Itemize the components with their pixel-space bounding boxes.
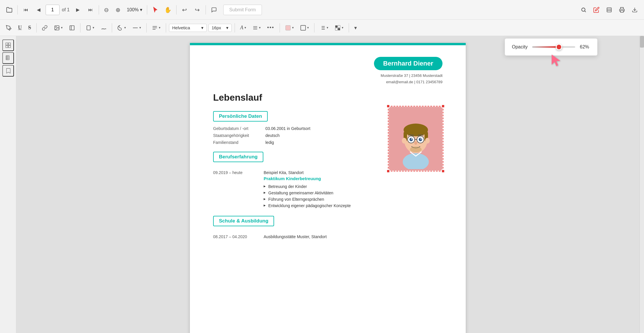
education-section-header: Schule & Ausbildung — [213, 216, 274, 226]
fill-color-button[interactable]: ▾ — [283, 23, 296, 33]
sep-tb2-1 — [36, 23, 37, 32]
font-selector[interactable]: Helvetica ▾ — [169, 24, 207, 32]
more-options-button[interactable]: ••• — [265, 23, 277, 33]
zoom-out-button[interactable]: ⊖ — [101, 4, 112, 16]
label-family: Familienstand — [213, 140, 265, 145]
sep2 — [99, 5, 99, 15]
color-picker-button[interactable]: ▾ — [115, 23, 128, 33]
markup-button[interactable] — [591, 4, 602, 16]
label-nationality: Staatsangehörigkeit — [213, 133, 265, 138]
resize-handle-br[interactable] — [441, 169, 445, 173]
zoom-chevron-icon: ▾ — [140, 7, 142, 12]
draw-button[interactable] — [98, 23, 109, 33]
select-tool-button[interactable] — [150, 4, 161, 16]
expand-button[interactable]: ▾ — [352, 23, 359, 33]
sep4 — [176, 5, 177, 15]
scrollbar-thumb[interactable] — [640, 36, 644, 48]
opacity-value: 62% — [580, 44, 590, 50]
redo-button[interactable]: ↪ — [192, 4, 203, 16]
strikethrough-button[interactable]: S — [26, 23, 33, 33]
resize-handle-bl[interactable] — [386, 169, 390, 173]
right-scrollbar[interactable] — [639, 36, 644, 333]
bullet-3: Führung von Elterngesprächen — [264, 196, 442, 202]
freehand-button[interactable] — [3, 23, 14, 33]
pdf-document: Bernhard Diener Musterstraße 37 | 23456 … — [190, 43, 466, 333]
contact-info: Musterstraße 37 | 23456 Musterstadt emai… — [213, 73, 442, 85]
education-entries: 08.2017 – 04.2020 Ausbildungsstätte Must… — [213, 234, 442, 239]
sep3 — [147, 5, 147, 15]
sep1 — [17, 5, 18, 15]
resize-handle-tl[interactable] — [386, 104, 390, 108]
image-button[interactable]: ▾ — [52, 23, 65, 33]
sep-tb2-2 — [80, 23, 80, 32]
svg-point-8 — [56, 26, 57, 27]
svg-point-0 — [582, 8, 585, 11]
download-button[interactable] — [629, 4, 641, 16]
name-badge: Bernhard Diener — [374, 57, 442, 70]
svg-rect-30 — [6, 43, 8, 45]
stamp-button[interactable]: ▾ — [83, 23, 97, 33]
checker-button[interactable]: ▾ — [332, 23, 346, 33]
opacity-slider-track[interactable] — [532, 46, 575, 48]
bullet-1: Betreuung der Kinder — [264, 183, 442, 190]
edu-detail-1: Ausbildungsstätte Muster, Standort — [264, 234, 442, 239]
search-button[interactable] — [578, 4, 589, 16]
next-page-button[interactable]: ▶ — [72, 4, 84, 16]
exp-bullets-1: Betreuung der Kinder Gestaltung gemeinsa… — [264, 183, 442, 209]
photo-container[interactable] — [389, 107, 442, 171]
undo-button[interactable]: ↩ — [179, 4, 190, 16]
prev-page-button[interactable]: ◀ — [33, 4, 44, 16]
svg-line-1 — [585, 11, 586, 12]
align-button[interactable]: ▾ — [150, 23, 163, 33]
font-style-button[interactable]: A ▾ — [238, 23, 249, 33]
link-button[interactable] — [39, 23, 50, 33]
zoom-value: 100% — [127, 7, 139, 12]
doc-header-bar — [190, 43, 466, 45]
text-frame-button[interactable] — [67, 23, 77, 33]
sep-tb2-4 — [146, 23, 147, 32]
text-align-button[interactable]: ▾ — [250, 23, 263, 33]
value-birth: 03.06.2001 in Geburtsort — [265, 126, 310, 131]
pan-tool-button[interactable]: ✋ — [162, 4, 174, 16]
thumbnail-panel-button[interactable] — [2, 39, 14, 51]
contact-line: email@email.de | 0171 23456789 — [213, 79, 442, 85]
zoom-in-button[interactable]: ⊕ — [113, 4, 123, 16]
sep-tb2-9 — [349, 23, 349, 32]
svg-rect-2 — [607, 8, 611, 12]
sep-tb2-5 — [166, 23, 166, 32]
underline-button[interactable]: U — [16, 23, 24, 33]
sep-tb2-3 — [112, 23, 112, 32]
opacity-slider-fill — [532, 46, 559, 48]
svg-rect-31 — [8, 43, 10, 45]
resize-handle-tr[interactable] — [441, 104, 445, 108]
font-size-selector[interactable]: 16px ▾ — [208, 24, 232, 32]
svg-rect-26 — [335, 25, 338, 28]
folder-button[interactable] — [3, 4, 15, 16]
last-page-button[interactable]: ⏭ — [85, 4, 96, 16]
experience-section-header: Berufserfahrung — [213, 152, 263, 162]
zoom-display[interactable]: 100% ▾ — [125, 6, 145, 14]
font-size-chevron-icon: ▾ — [226, 25, 229, 30]
left-sidebar — [0, 36, 16, 333]
print-button[interactable] — [616, 4, 628, 16]
stroke-color-button[interactable]: ▾ — [298, 23, 311, 33]
comment-button[interactable] — [208, 4, 220, 16]
sep-tb2-8 — [314, 23, 314, 32]
layout-button[interactable] — [603, 4, 615, 16]
font-size-value: 16px — [212, 25, 221, 30]
svg-rect-19 — [301, 25, 306, 30]
page-navigation: ⏮ ◀ 1 of 1 ▶ ⏭ — [20, 4, 96, 16]
svg-rect-18 — [286, 25, 291, 30]
submit-form-button[interactable]: Submit Form — [223, 5, 262, 15]
opacity-slider-thumb[interactable] — [556, 44, 562, 50]
bookmark-panel-button[interactable] — [2, 65, 14, 77]
list-style-button[interactable]: ▾ — [317, 23, 331, 33]
edu-date-1: 08.2017 – 04.2020 — [213, 234, 257, 239]
exp-date-1: 09.2019 – heute — [213, 170, 257, 209]
svg-rect-9 — [70, 26, 74, 30]
page-number-input[interactable]: 1 — [46, 5, 60, 15]
line-style-button[interactable]: ▾ — [130, 23, 143, 33]
pages-panel-button[interactable] — [2, 52, 14, 64]
opacity-label: Opacity — [512, 44, 528, 50]
first-page-button[interactable]: ⏮ — [20, 4, 32, 16]
